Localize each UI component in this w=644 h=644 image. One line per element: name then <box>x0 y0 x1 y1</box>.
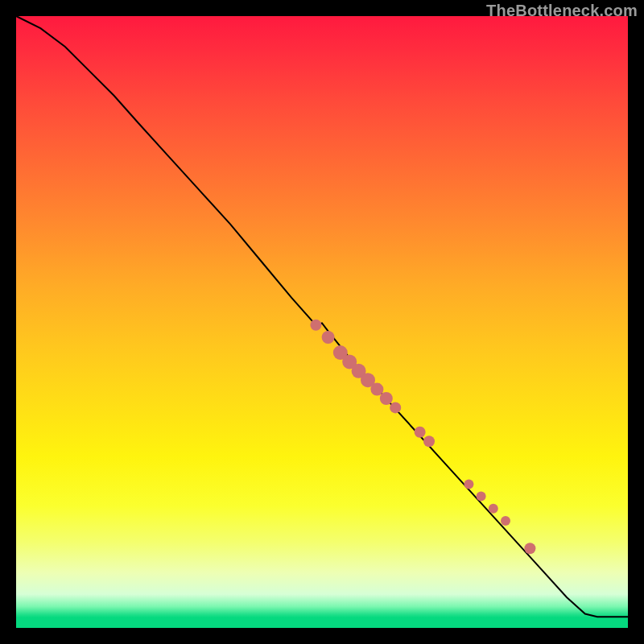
data-points <box>310 320 535 554</box>
data-point <box>380 392 393 405</box>
data-point <box>423 436 435 447</box>
chart-plot-area <box>16 16 628 628</box>
bottleneck-curve <box>16 16 628 617</box>
data-point <box>310 320 321 331</box>
data-point <box>464 479 473 489</box>
data-point <box>370 383 383 396</box>
chart-overlay-svg <box>16 16 628 628</box>
watermark-text: TheBottleneck.com <box>486 2 638 20</box>
data-point <box>524 543 535 554</box>
data-point <box>415 427 426 438</box>
curve-path <box>16 16 628 617</box>
data-point <box>322 331 335 344</box>
data-point <box>390 402 401 413</box>
data-point <box>501 516 510 526</box>
data-point <box>489 504 498 514</box>
data-point <box>477 492 486 502</box>
chart-stage: TheBottleneck.com <box>0 0 644 644</box>
